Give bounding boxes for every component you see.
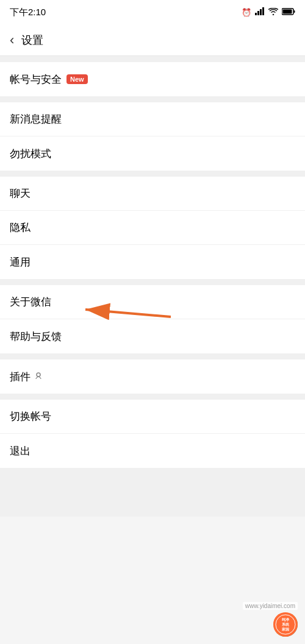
menu-item-switch-account[interactable]: 切换帐号 [0,400,305,434]
section-divider-1 [0,96,305,102]
menu-item-label-logout: 退出 [10,444,30,458]
svg-rect-1 [257,11,259,15]
menu-item-chat[interactable]: 聊天 [0,177,305,211]
alarm-icon: ⏰ [242,8,251,17]
status-time: 下午2:10 [10,7,46,18]
watermark-logo: 纯净 系统 家园 [273,612,298,637]
menu-item-label-privacy: 隐私 [10,221,30,235]
menu-item-new-message[interactable]: 新消息提醒 [0,102,305,136]
page-title: 设置 [21,33,43,48]
menu-item-general[interactable]: 通用 [0,245,305,279]
svg-rect-3 [262,7,264,15]
menu-item-label-about: 关于微信 [10,295,51,309]
menu-item-about[interactable]: 关于微信 [0,285,305,319]
section-divider-bottom [0,468,305,517]
menu-item-label-chat: 聊天 [10,186,30,200]
menu-item-label-plugins: 插件 [10,370,30,384]
back-button[interactable]: ‹ [10,32,14,48]
menu-item-label-account: 帐号与安全 [10,73,62,87]
svg-rect-2 [260,9,262,15]
section-divider-4 [0,353,305,359]
plugin-location-icon [34,372,43,382]
menu-section-2: 聊天 隐私 通用 [0,177,305,279]
svg-rect-0 [255,13,257,15]
menu-item-label-dnd: 勿扰模式 [10,147,51,161]
svg-rect-6 [283,9,292,13]
battery-icon [282,8,295,17]
menu-item-account-security[interactable]: 帐号与安全 New [0,62,305,96]
svg-text:纯净: 纯净 [281,617,290,621]
svg-point-10 [276,615,295,634]
watermark: www.yidaimei.com 纯净 系统 家园 [243,602,298,637]
svg-rect-5 [294,10,295,13]
menu-item-logout[interactable]: 退出 [0,434,305,468]
svg-text:家园: 家园 [282,627,289,631]
menu-item-label-general: 通用 [10,255,30,269]
section-divider-3 [0,279,305,285]
menu-item-dnd[interactable]: 勿扰模式 [0,136,305,171]
svg-point-9 [273,612,298,637]
watermark-url: www.yidaimei.com [243,602,298,610]
menu-item-privacy[interactable]: 隐私 [0,211,305,245]
svg-point-7 [37,373,40,377]
menu-item-label-new-message: 新消息提醒 [10,112,62,126]
menu-item-label-switch: 切换帐号 [10,409,51,423]
section-divider-5 [0,394,305,400]
new-badge: New [66,74,88,84]
menu-section-1: 新消息提醒 勿扰模式 [0,102,305,171]
wifi-icon [268,8,278,17]
menu-section-5: 切换帐号 退出 [0,400,305,468]
menu-item-plugins[interactable]: 插件 [0,359,305,394]
status-icons: ⏰ [242,7,295,17]
section-divider-0 [0,56,305,62]
menu-section-4: 插件 [0,359,305,394]
menu-item-label-help: 帮助与反馈 [10,330,62,344]
menu-section-3: 关于微信 帮助与反馈 [0,285,305,353]
svg-text:系统: 系统 [282,622,290,626]
menu-section-0: 帐号与安全 New [0,62,305,96]
menu-item-help[interactable]: 帮助与反馈 [0,319,305,353]
nav-bar: ‹ 设置 [0,24,305,56]
signal-icon [255,7,265,17]
status-bar: 下午2:10 ⏰ [0,0,305,24]
section-divider-2 [0,171,305,177]
